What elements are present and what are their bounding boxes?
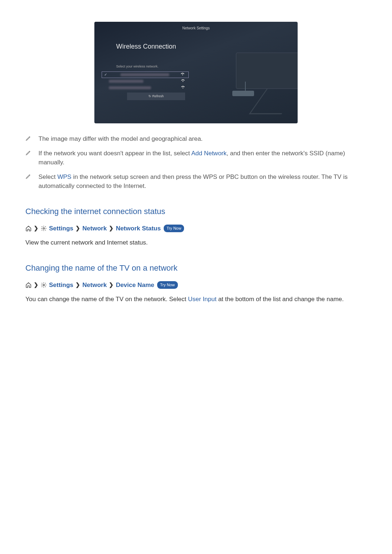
svg-point-3: [43, 227, 44, 229]
wps-link[interactable]: WPS: [57, 173, 72, 180]
svg-point-4: [43, 284, 44, 286]
svg-rect-1: [183, 81, 183, 82]
try-now-badge[interactable]: Try Now: [164, 225, 184, 232]
note-item: Select WPS in the network setup screen a…: [25, 172, 367, 191]
note-text: If the network you want doesn't appear i…: [38, 149, 367, 167]
nav-path: ❯ Settings ❯ Network ❯ Network Status Tr…: [25, 224, 367, 233]
nav-path: ❯ Settings ❯ Network ❯ Device Name Try N…: [25, 280, 367, 290]
path-settings[interactable]: Settings: [49, 280, 73, 290]
note-item: The image may differ with the model and …: [25, 134, 367, 144]
path-network[interactable]: Network: [82, 224, 107, 233]
tv-screen-title: Network Settings: [94, 22, 298, 31]
path-network-status[interactable]: Network Status: [116, 224, 161, 233]
gear-icon[interactable]: [41, 225, 47, 231]
pencil-icon: [25, 173, 33, 179]
wifi-ssid-blurred: [109, 80, 143, 83]
router-graphic: [232, 91, 254, 96]
path-settings[interactable]: Settings: [49, 224, 73, 233]
tv-screenshot-wrap: Network Settings Wireless Connection Sel…: [25, 22, 367, 123]
wifi-network-item[interactable]: [102, 71, 189, 78]
wifi-network-list: ↻ Refresh: [105, 71, 189, 100]
chevron-right-icon: ❯: [75, 281, 80, 289]
user-input-link[interactable]: User Input: [188, 296, 216, 303]
svg-rect-0: [182, 74, 183, 75]
wifi-network-item[interactable]: [105, 78, 189, 85]
note-text: The image may differ with the model and …: [38, 134, 367, 144]
add-network-link[interactable]: Add Network: [191, 150, 226, 157]
section-heading-connection-status: Checking the internet connection status: [25, 205, 367, 217]
home-icon[interactable]: [25, 225, 32, 231]
note-item: If the network you want doesn't appear i…: [25, 149, 367, 167]
home-icon[interactable]: [25, 282, 32, 288]
note-text: Select WPS in the network setup screen a…: [38, 172, 367, 191]
chevron-right-icon: ❯: [109, 224, 114, 233]
chevron-right-icon: ❯: [75, 224, 80, 233]
wifi-lock-icon: [180, 72, 185, 77]
svg-rect-2: [183, 87, 183, 89]
gear-icon[interactable]: [41, 282, 47, 288]
tv-screenshot: Network Settings Wireless Connection Sel…: [94, 22, 298, 123]
pencil-icon: [25, 135, 33, 141]
path-device-name[interactable]: Device Name: [116, 280, 154, 290]
path-network[interactable]: Network: [82, 280, 107, 290]
section-body: View the current network and Internet st…: [25, 238, 367, 247]
wifi-network-item[interactable]: [105, 85, 189, 91]
wifi-ssid-blurred: [121, 73, 169, 76]
chevron-right-icon: ❯: [109, 281, 114, 289]
wifi-ssid-blurred: [109, 86, 151, 89]
section-heading-device-name: Changing the name of the TV on a network: [25, 262, 367, 274]
wifi-lock-icon: [181, 78, 185, 84]
pencil-icon: [25, 150, 33, 156]
section-body: You can change the name of the TV on the…: [25, 295, 367, 304]
chevron-right-icon: ❯: [34, 281, 38, 289]
tv-graphic: [229, 40, 298, 116]
chevron-right-icon: ❯: [34, 224, 38, 233]
refresh-button[interactable]: ↻ Refresh: [127, 93, 185, 100]
wifi-lock-icon: [181, 85, 185, 90]
try-now-badge[interactable]: Try Now: [157, 281, 178, 289]
